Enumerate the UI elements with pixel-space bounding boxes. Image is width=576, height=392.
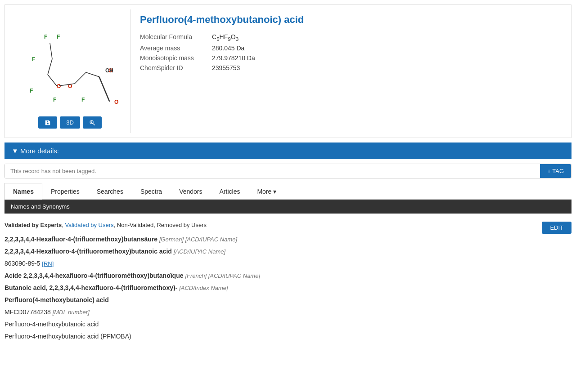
rn-link[interactable]: [RN] [42, 260, 54, 267]
validation-line: Validated by Experts, Validated by Users… [4, 222, 572, 228]
name-plain-text: Perfluoro(4-methoxybutanoic) acid [4, 296, 109, 303]
name-tag-text: [ACD/IUPAC Name] [174, 248, 225, 255]
non-validated-text: Non-Validated, [117, 222, 155, 228]
mdl-label-text: [MDL number] [53, 309, 90, 316]
molecular-formula-label: Molecular Formula [140, 32, 212, 43]
svg-text:F: F [81, 97, 85, 103]
svg-text:F: F [44, 34, 47, 40]
removed-by-users-text: Removed by Users [157, 222, 207, 228]
3d-button[interactable]: 3D [60, 116, 80, 129]
list-item: MFCD07784238 [MDL number] [4, 307, 572, 317]
name-tag-text: [French] [ACD/IUPAC Name] [185, 272, 260, 279]
sub-tab-label: Names and Synonyms [11, 203, 70, 210]
svg-line-16 [86, 72, 99, 77]
tab-searches[interactable]: Searches [88, 183, 132, 200]
list-item: Perfluoro-4-methoxybutanoic acid [4, 320, 572, 329]
validated-by-experts: Validated by Experts [4, 222, 62, 228]
sub-tab-row: Names and Synonyms [4, 200, 572, 214]
molecular-formula-row: Molecular Formula C5HF9O3 [140, 32, 262, 43]
list-item: 863090-89-5 [RN] [4, 259, 572, 268]
svg-line-15 [75, 72, 86, 84]
name-main-text: Butanoic acid, 2,2,3,3,4,4-hexafluoro-4-… [4, 284, 177, 291]
name-plain-text: Perfluoro-4-methoxybutanoic acid (PFMOBA… [4, 333, 131, 340]
structure-image: F F F F F F O O O O OH [16, 14, 124, 113]
list-item: Butanoic acid, 2,2,3,3,4,4-hexafluoro-4-… [4, 283, 572, 293]
svg-text:F: F [30, 88, 33, 94]
svg-text:F: F [32, 56, 35, 62]
save-structure-button[interactable] [38, 116, 57, 129]
name-tag-text: [ACD/Index Name] [179, 285, 228, 291]
list-item: 2,2,3,3,4,4-Hexafluor-4-(trifluormethoxy… [4, 235, 572, 244]
rn-number-text: 863090-89-5 [4, 260, 42, 267]
svg-line-11 [50, 43, 52, 59]
chemspider-id-row: ChemSpider ID 23955753 [140, 63, 262, 73]
mdl-number-text: MFCD07784238 [4, 308, 53, 316]
average-mass-value: 280.045 Da [212, 43, 262, 53]
chemspider-id-value: 23955753 [212, 63, 262, 73]
tab-articles[interactable]: Articles [211, 183, 249, 200]
svg-text:F: F [57, 34, 60, 40]
compound-title: Perfluoro(4-methoxybutanoic) acid [140, 14, 558, 26]
monoisotopic-mass-value: 279.978210 Da [212, 53, 262, 63]
tab-more[interactable]: More ▾ [248, 183, 285, 200]
structure-panel: F F F F F F O O O O OH [9, 9, 131, 133]
list-item: Perfluoro-4-methoxybutanoic acid (PFMOBA… [4, 332, 572, 341]
name-main-text: 2,2,3,3,4,4-Hexafluor-4-(trifluormethoxy… [4, 236, 158, 243]
average-mass-row: Average mass 280.045 Da [140, 43, 262, 53]
zoom-button[interactable] [83, 116, 102, 129]
name-plain-text: Perfluoro-4-methoxybutanoic acid [4, 321, 99, 328]
monoisotopic-mass-label: Monoisotopic mass [140, 53, 212, 63]
more-chevron-icon: ▾ [273, 188, 276, 195]
tag-input[interactable] [5, 164, 540, 178]
tag-button[interactable]: + TAG [540, 164, 571, 178]
svg-line-12 [48, 59, 52, 75]
tag-row: + TAG [4, 164, 572, 178]
svg-text:O: O [114, 99, 118, 105]
structure-button-group: 3D [38, 116, 102, 129]
compound-info-panel: Perfluoro(4-methoxybutanoic) acid Molecu… [131, 9, 567, 133]
tab-spectra[interactable]: Spectra [132, 183, 171, 200]
name-tag-text: [German] [ACD/IUPAC Name] [159, 236, 237, 243]
svg-line-17 [99, 77, 110, 102]
svg-line-20 [93, 123, 94, 125]
tab-names[interactable]: Names [4, 183, 42, 200]
tab-properties[interactable]: Properties [42, 183, 88, 200]
svg-text:O: O [57, 83, 61, 89]
svg-text:OH: OH [105, 67, 113, 74]
tab-vendors[interactable]: Vendors [171, 183, 211, 200]
names-content: EDIT Validated by Experts, Validated by … [4, 218, 572, 347]
list-item: Perfluoro(4-methoxybutanoic) acid [4, 295, 572, 305]
list-item: 2,2,3,3,4,4-Hexafluoro-4-(trifluorometho… [4, 247, 572, 256]
monoisotopic-mass-row: Monoisotopic mass 279.978210 Da [140, 53, 262, 63]
name-main-text: 2,2,3,3,4,4-Hexafluoro-4-(trifluorometho… [4, 248, 172, 255]
tab-more-label: More [257, 188, 271, 195]
edit-button[interactable]: EDIT [542, 222, 572, 234]
svg-text:F: F [53, 97, 56, 103]
list-item: Acide 2,2,3,3,4,4-hexafluoro-4-(trifluor… [4, 271, 572, 281]
validated-by-users-link[interactable]: Validated by Users [65, 222, 113, 228]
svg-line-13 [48, 75, 57, 86]
tabs-row: Names Properties Searches Spectra Vendor… [4, 183, 572, 200]
svg-line-18 [99, 76, 109, 101]
more-details-bar[interactable]: ▼ More details: [4, 143, 572, 159]
name-main-text: Acide 2,2,3,3,4,4-hexafluoro-4-(trifluor… [4, 272, 184, 279]
svg-line-14 [59, 84, 75, 86]
chemspider-id-label: ChemSpider ID [140, 63, 212, 73]
molecular-formula-value: C5HF9O3 [212, 32, 262, 43]
compound-properties-table: Molecular Formula C5HF9O3 Average mass 2… [140, 32, 262, 73]
average-mass-label: Average mass [140, 43, 212, 53]
